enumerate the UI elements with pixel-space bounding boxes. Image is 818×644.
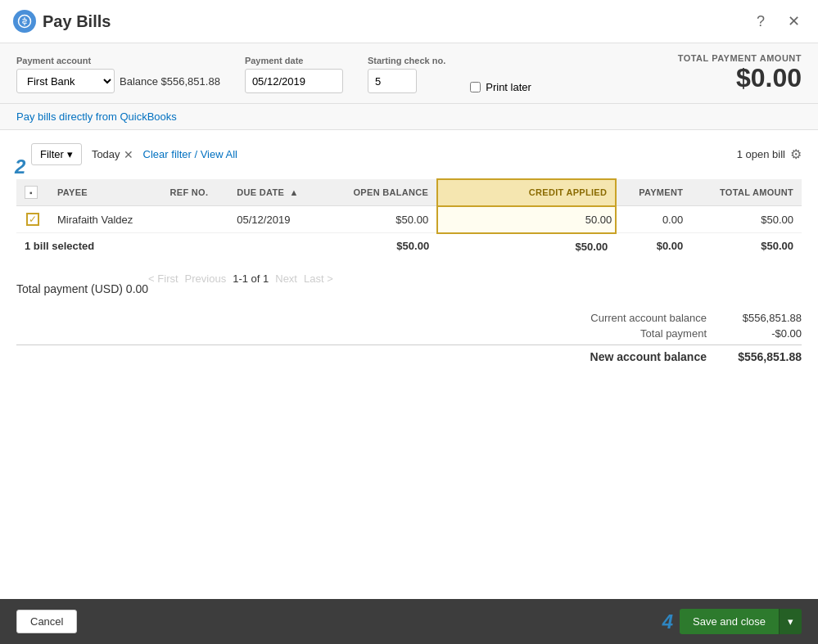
pagination-next[interactable]: Next <box>275 272 297 285</box>
summary-total-amount: $50.00 <box>691 233 802 259</box>
title-left: Pay Bills <box>13 10 111 33</box>
td-due-date: 05/12/2019 <box>228 206 324 233</box>
print-later-wrapper: Print later <box>470 81 531 93</box>
title-bar: Pay Bills ? ✕ <box>0 0 818 43</box>
current-balance-label: Current account balance <box>590 312 707 324</box>
td-payee: Mirafaith Valdez <box>49 206 162 233</box>
today-filter-chip: Today ✕ <box>92 148 133 161</box>
total-payment-label: Total payment <box>16 282 91 295</box>
payee-name: Mirafaith Valdez <box>57 214 133 226</box>
starting-check-input[interactable] <box>368 69 417 93</box>
payment-account-label: Payment account <box>16 56 220 65</box>
select-all-checkbox[interactable]: ▪ <box>25 186 38 199</box>
filter-button[interactable]: Filter ▾ <box>31 143 82 165</box>
row-checkbox[interactable]: ✓ <box>26 213 39 226</box>
current-balance-value: $556,851.88 <box>720 312 802 324</box>
total-payment-currency: (USD) <box>91 282 126 295</box>
title-actions: ? ✕ <box>749 10 805 33</box>
help-button[interactable]: ? <box>749 10 772 33</box>
close-button[interactable]: ✕ <box>782 10 805 33</box>
filter-bar: 2 Filter ▾ Today ✕ Clear filter / View A… <box>16 143 802 165</box>
footer: Cancel 4 Save and close ▾ <box>0 599 818 644</box>
save-close-group: 4 Save and close ▾ <box>662 609 802 634</box>
sort-asc-icon: ▲ <box>289 187 298 197</box>
payment-date-label: Payment date <box>245 56 343 65</box>
cancel-button[interactable]: Cancel <box>16 610 77 633</box>
settings-icon[interactable]: ⚙ <box>790 146 802 162</box>
total-payment-value: 0.00 <box>126 282 148 295</box>
page-title: Pay Bills <box>43 12 111 31</box>
main-content: 2 Filter ▾ Today ✕ Clear filter / View A… <box>0 130 818 599</box>
th-credit-applied: CREDIT APPLIED <box>437 179 616 206</box>
payment-date-group: Payment date <box>245 56 343 93</box>
save-close-wrapper: Save and close ▾ <box>680 609 802 634</box>
print-later-label: Print later <box>486 81 531 93</box>
summary-payment: $0.00 <box>616 233 691 259</box>
credit-applied-input[interactable] <box>441 214 612 226</box>
qb-link[interactable]: Pay bills directly from QuickBooks <box>16 110 177 123</box>
total-payment-bal-value: -$0.00 <box>720 327 802 340</box>
filter-dropdown-icon: ▾ <box>67 148 73 160</box>
save-close-dropdown-button[interactable]: ▾ <box>779 609 802 634</box>
table-row: ✓ Mirafaith Valdez 05/12/2019 $50.00 0.0… <box>16 206 802 233</box>
new-balance-label: New account balance <box>590 350 707 363</box>
td-total-amount: $50.00 <box>691 206 802 233</box>
th-payee: PAYEE <box>49 179 162 206</box>
new-balance-row: New account balance $556,851.88 <box>16 345 802 363</box>
current-balance-row: Current account balance $556,851.88 <box>16 312 802 324</box>
save-dropdown-arrow-icon: ▾ <box>788 615 793 628</box>
qb-link-bar: Pay bills directly from QuickBooks <box>0 104 818 130</box>
summary-empty <box>162 233 229 259</box>
account-balance: Balance $556,851.88 <box>120 75 220 88</box>
total-payment-bal-row: Total payment -$0.00 <box>16 327 802 340</box>
summary-open-balance: $50.00 <box>324 233 437 259</box>
header-form: Payment account First Bank Balance $556,… <box>0 43 818 104</box>
new-balance-value: $556,851.88 <box>720 350 802 363</box>
pagination: < First Previous 1-1 of 1 Next Last > <box>148 272 333 285</box>
starting-check-label: Starting check no. <box>368 56 445 65</box>
step-4-badge: 4 <box>662 610 673 633</box>
payment-account-wrapper: First Bank Balance $556,851.88 <box>16 69 220 93</box>
summary-row: 1 bill selected $50.00 $50.00 $0.00 $50.… <box>16 233 802 259</box>
pay-bills-icon <box>13 10 36 33</box>
total-payment-bal-label: Total payment <box>640 327 707 340</box>
summary-credit-applied: $50.00 <box>437 233 616 259</box>
today-chip-label: Today <box>92 148 120 160</box>
total-payment-display: Total payment (USD) 0.00 <box>16 282 148 295</box>
td-open-balance: $50.00 <box>324 206 437 233</box>
step-2-badge: 2 <box>15 155 25 178</box>
summary-empty2 <box>228 233 324 259</box>
th-payment: PAYMENT <box>616 179 691 206</box>
pagination-last[interactable]: Last > <box>304 272 333 285</box>
filter-label: Filter <box>40 148 64 160</box>
payment-account-group: Payment account First Bank Balance $556,… <box>16 56 220 93</box>
save-close-button[interactable]: Save and close <box>680 609 779 634</box>
td-ref-no <box>162 206 229 233</box>
th-due-date[interactable]: DUE DATE ▲ <box>228 179 324 206</box>
th-total-amount: TOTAL AMOUNT <box>691 179 802 206</box>
th-ref-no: REF NO. <box>162 179 229 206</box>
payment-date-input[interactable] <box>245 69 343 93</box>
open-bill-info: 1 open bill ⚙ <box>737 146 802 162</box>
starting-check-group: Starting check no. <box>368 56 445 93</box>
balance-section: Current account balance $556,851.88 Tota… <box>16 312 802 363</box>
payment-account-select[interactable]: First Bank <box>16 69 115 93</box>
total-payment-label: TOTAL PAYMENT AMOUNT <box>678 53 802 63</box>
today-chip-close[interactable]: ✕ <box>124 148 133 161</box>
clear-filter-link[interactable]: Clear filter / View All <box>143 148 237 160</box>
td-checkbox: ✓ <box>16 206 49 233</box>
print-later-group: Print later <box>470 65 531 93</box>
open-bill-count: 1 open bill <box>737 148 785 160</box>
summary-label: 1 bill selected <box>16 233 162 259</box>
pagination-first[interactable]: < First <box>148 272 178 285</box>
td-credit-applied <box>437 206 616 233</box>
total-amount-section: TOTAL PAYMENT AMOUNT $0.00 <box>678 53 802 93</box>
total-pagination-row: Total payment (USD) 0.00 < First Previou… <box>16 269 802 295</box>
total-payment-value: $0.00 <box>678 63 802 93</box>
print-later-checkbox[interactable] <box>470 82 481 92</box>
bills-table: ▪ PAYEE REF NO. DUE DATE ▲ OPEN BALANCE … <box>16 178 802 259</box>
th-open-balance: OPEN BALANCE <box>324 179 437 206</box>
pagination-range: 1-1 of 1 <box>233 272 269 285</box>
pagination-previous[interactable]: Previous <box>185 272 227 285</box>
th-checkbox: ▪ <box>16 179 49 206</box>
